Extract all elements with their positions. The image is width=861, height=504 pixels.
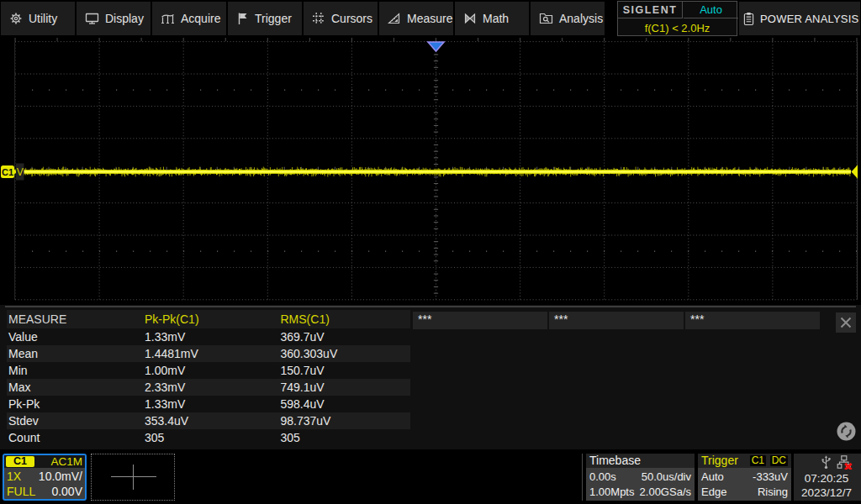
power-analysis-button[interactable]: POWER ANALYSIS xyxy=(739,2,860,35)
measure-value: 1.33mV xyxy=(145,396,185,412)
measure-column-3-empty[interactable]: *** xyxy=(413,312,547,329)
channel-scale: 10.0mV/ xyxy=(39,469,82,485)
measure-column-2[interactable]: RMS(C1) xyxy=(281,310,330,328)
timebase-header: Timebase xyxy=(586,454,695,468)
measure-row-stdev: Stdev353.4uV98.737uV xyxy=(7,412,410,429)
flag-icon xyxy=(236,12,249,25)
measure-row-label: Max xyxy=(8,379,30,396)
trigger-panel[interactable]: Trigger C1 DC Auto -333uV Edge Rising xyxy=(698,454,791,501)
analysis-icon xyxy=(539,12,553,25)
measure-value: 2.33mV xyxy=(145,379,185,396)
menu-item-measure[interactable]: Measure xyxy=(379,2,453,35)
crosshair-icon xyxy=(111,476,156,477)
menu-item-label: Display xyxy=(105,12,144,25)
measure-table-title: MEASURE xyxy=(8,310,135,328)
measure-icon xyxy=(388,12,401,25)
channel-coupling: AC1M xyxy=(50,455,82,468)
timebase-panel[interactable]: Timebase 0.00s 50.0us/div 1.00Mpts 2.00G… xyxy=(586,454,695,501)
measure-value: 305 xyxy=(281,429,300,446)
add-channel-slot[interactable] xyxy=(91,454,175,501)
close-measure-button[interactable] xyxy=(836,312,856,333)
measure-value: 749.1uV xyxy=(281,379,325,396)
menu-item-cursors[interactable]: Cursors xyxy=(304,2,378,35)
menu-item-label: Cursors xyxy=(331,12,372,25)
math-icon xyxy=(463,12,477,25)
channel-offset-row: FULL 0.00V xyxy=(4,484,85,500)
timebase-title: Timebase xyxy=(589,454,641,468)
usb-icon xyxy=(821,455,832,472)
measure-value: 98.737uV xyxy=(281,412,331,429)
measure-table-top-border xyxy=(5,306,856,307)
acquisition-status: Auto xyxy=(684,2,738,18)
measure-value: 353.4uV xyxy=(145,412,188,429)
channel-unit-label: V xyxy=(17,166,24,178)
menu-item-label: Math xyxy=(483,12,509,25)
measure-row-mean: Mean1.4481mV360.303uV xyxy=(7,345,410,362)
measure-row-label: Min xyxy=(8,362,28,379)
menu-item-label: Acquire xyxy=(181,12,220,25)
measure-column-5-empty[interactable]: *** xyxy=(685,312,820,329)
channel-scale-row: 1X 10.0mV/ xyxy=(4,469,85,485)
system-time: 07:20:25 xyxy=(794,472,859,485)
measure-row-max: Max2.33mV749.1uV xyxy=(7,379,410,396)
frequency-readout: f(C1) < 2.0Hz xyxy=(618,19,737,36)
waveform-display: C1V xyxy=(0,37,861,302)
menu-item-analysis[interactable]: Analysis xyxy=(531,2,605,35)
clipboard-icon xyxy=(743,12,754,26)
power-analysis-label: POWER ANALYSIS xyxy=(760,13,858,25)
reset-statistics-button[interactable] xyxy=(837,422,856,441)
menu-item-acquire[interactable]: Acquire xyxy=(152,2,226,35)
menu-item-display[interactable]: Display xyxy=(77,2,151,35)
oscilloscope-screen: UtilityDisplayAcquireTriggerCursorsMeasu… xyxy=(0,0,861,504)
channel-header: C1 AC1M xyxy=(4,455,85,468)
svg-text:C1: C1 xyxy=(2,167,13,177)
system-date: 2023/12/7 xyxy=(794,486,859,499)
timebase-delay: 0.00s xyxy=(589,469,616,485)
measure-value: 150.7uV xyxy=(281,362,325,379)
crosshair-icon-v xyxy=(133,465,134,490)
measure-row-label: Pk-Pk xyxy=(8,396,40,412)
menu-item-math[interactable]: Math xyxy=(455,2,529,35)
channel-offset: 0.00V xyxy=(51,484,82,500)
measure-value: 305 xyxy=(145,429,164,446)
measure-row-min: Min1.00mV150.7uV xyxy=(7,362,410,379)
channel-name-tag: C1 xyxy=(6,456,34,467)
measure-table: MEASURE Pk-Pk(C1)RMS(C1)********* Value1… xyxy=(0,305,861,449)
measure-row-label: Stdev xyxy=(8,412,39,429)
lan-disconnected-icon xyxy=(837,455,853,472)
channel-c1-panel[interactable]: C1 AC1M 1X 10.0mV/ FULL 0.00V xyxy=(3,454,87,501)
menu-item-utility[interactable]: Utility xyxy=(1,2,75,35)
channel-bandwidth: FULL xyxy=(7,484,35,500)
trigger-source-chip: C1 xyxy=(750,455,766,466)
refresh-icon xyxy=(837,422,856,441)
close-icon xyxy=(839,316,853,329)
measure-row-label: Count xyxy=(8,429,40,446)
siglent-logo: SIGLENT xyxy=(618,2,683,18)
trigger-mode: Auto xyxy=(701,469,724,485)
menu-item-label: Measure xyxy=(407,12,452,25)
measure-row-value: Value1.33mV369.7uV xyxy=(7,328,410,345)
measure-value: 1.33mV xyxy=(145,328,185,345)
trigger-row-2: Edge Rising xyxy=(698,484,791,500)
measure-value: 1.4481mV xyxy=(145,345,198,362)
gear-icon xyxy=(9,12,23,25)
measure-value: 598.4uV xyxy=(281,396,325,412)
menu-item-label: Analysis xyxy=(559,12,603,25)
trigger-row-1: Auto -333uV xyxy=(698,469,791,485)
measure-value: 369.7uV xyxy=(281,328,325,345)
trigger-coupling-chip: DC xyxy=(770,455,788,466)
timebase-sample-rate: 2.00GSa/s xyxy=(640,484,691,500)
trigger-title: Trigger xyxy=(701,454,738,468)
logo-status-block: SIGLENT Auto f(C1) < 2.0Hz xyxy=(617,1,737,36)
channel-probe: 1X xyxy=(7,469,21,485)
timebase-row-2: 1.00Mpts 2.00GSa/s xyxy=(586,484,695,500)
measure-row-label: Mean xyxy=(8,345,38,362)
menu-item-label: Utility xyxy=(29,12,57,25)
measure-column-4-empty[interactable]: *** xyxy=(549,312,684,329)
measure-column-1[interactable]: Pk-Pk(C1) xyxy=(145,310,199,328)
statusbar-divider xyxy=(582,454,583,501)
menu-item-label: Trigger xyxy=(255,12,292,25)
acquire-icon xyxy=(161,12,175,25)
menu-item-trigger[interactable]: Trigger xyxy=(228,2,302,35)
timebase-memory: 1.00Mpts xyxy=(589,484,634,500)
